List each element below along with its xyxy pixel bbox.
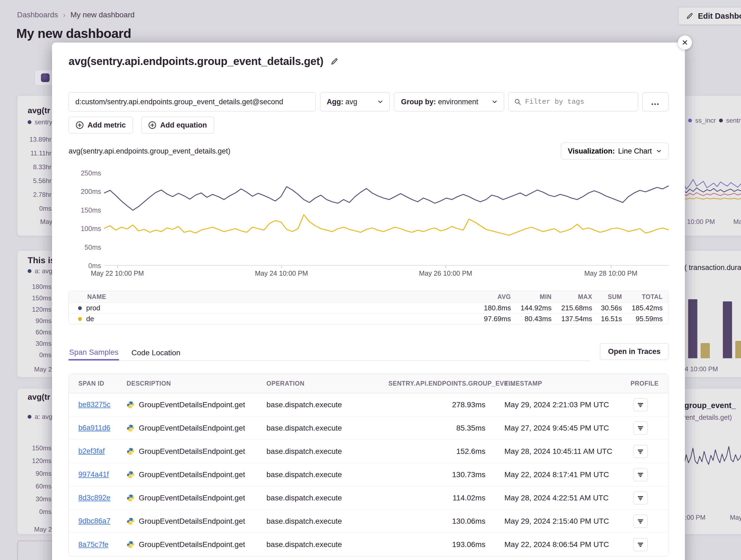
group-by-dropdown[interactable]: Group by: environment (394, 92, 504, 111)
profile-icon (637, 518, 644, 525)
operation-cell: base.dispatch.execute (266, 517, 388, 526)
python-icon (127, 494, 135, 502)
table-row: 9dbc86a7 GroupEventDetailsEndpoint.get b… (69, 510, 668, 533)
summary-row[interactable]: de 97.69ms 80.43ms 137.54ms 16.51s 95.59… (69, 313, 668, 324)
description-cell: GroupEventDetailsEndpoint.get (127, 540, 266, 549)
metric-query-input[interactable] (69, 92, 316, 111)
group-by-value: environment (438, 98, 478, 106)
chevron-down-icon (656, 148, 662, 154)
profile-button[interactable] (633, 468, 648, 481)
chart-title: avg(sentry.api.endpoints.group_event_det… (69, 147, 230, 155)
operation-cell: base.dispatch.execute (266, 470, 388, 479)
profile-icon (637, 448, 644, 455)
series-name: prod (86, 304, 100, 312)
chart-plot-area[interactable] (104, 173, 668, 266)
timestamp-cell: May 22, 2024 8:17:41 PM UTC (485, 470, 621, 479)
timestamp-cell: May 22, 2024 8:06:54 PM UTC (485, 540, 621, 549)
python-icon (127, 471, 135, 479)
description-cell: GroupEventDetailsEndpoint.get (127, 424, 266, 432)
close-icon[interactable]: ✕ (678, 35, 692, 50)
profile-cell (633, 445, 659, 458)
metric-details-modal: ✕ avg(sentry.api.endpoints.group_event_d… (52, 43, 685, 560)
tab-bar: Span Samples Code Location (69, 344, 590, 361)
samples-section-header: Span Samples Code Location Open in Trace… (69, 344, 668, 361)
duration-cell: 152.6ms (388, 447, 485, 456)
search-icon (514, 98, 521, 105)
tab-code-location[interactable]: Code Location (131, 344, 181, 361)
span-id-link[interactable]: be83275c (78, 401, 127, 409)
add-equation-button[interactable]: Add equation (141, 117, 214, 134)
python-icon (127, 517, 135, 525)
python-icon (127, 447, 135, 456)
profile-button[interactable] (633, 398, 648, 411)
span-id-link[interactable]: b2ef3faf (78, 447, 127, 456)
timestamp-cell: May 28, 2024 10:45:11 AM UTC (485, 447, 621, 456)
timestamp-cell: May 27, 2024 9:45:45 PM UTC (485, 424, 621, 432)
table-row: b6a911d6 GroupEventDetailsEndpoint.get b… (69, 416, 668, 440)
table-row: 9974a41f GroupEventDetailsEndpoint.get b… (69, 463, 668, 486)
edit-title-button[interactable] (330, 58, 339, 66)
chart-header: avg(sentry.api.endpoints.group_event_det… (69, 143, 668, 159)
tag-filter-input[interactable] (525, 98, 632, 106)
profile-button[interactable] (633, 515, 648, 528)
description-cell: GroupEventDetailsEndpoint.get (127, 447, 266, 456)
summary-row[interactable]: prod 180.8ms 144.92ms 215.68ms 30.56s 18… (69, 303, 668, 313)
table-row: be83275c GroupEventDetailsEndpoint.get b… (69, 393, 668, 416)
table-row: 8a75c7fe GroupEventDetailsEndpoint.get b… (69, 533, 668, 556)
span-id-link[interactable]: 9974a41f (78, 470, 127, 479)
profile-cell (633, 515, 659, 528)
overflow-menu-button[interactable]: … (642, 92, 668, 111)
modal-header: avg(sentry.api.endpoints.group_event_det… (69, 43, 668, 67)
x-axis-labels: May 22 10:00 PM May 24 10:00 PM May 26 1… (104, 266, 668, 278)
line-chart-canvas (104, 173, 668, 265)
description-cell: GroupEventDetailsEndpoint.get (127, 470, 266, 479)
samples-header-row: SPAN ID DESCRIPTION OPERATION SENTRY.API… (69, 374, 668, 393)
profile-icon (637, 541, 644, 548)
operation-cell: base.dispatch.execute (266, 401, 388, 409)
open-in-traces-button[interactable]: Open in Traces (600, 343, 668, 360)
aggregate-dropdown[interactable]: Agg: avg (320, 92, 390, 111)
span-samples-table: SPAN ID DESCRIPTION OPERATION SENTRY.API… (69, 374, 668, 556)
query-builder: Agg: avg Group by: environment … (69, 92, 668, 111)
python-icon (127, 541, 135, 549)
duration-cell: 85.35ms (388, 424, 485, 432)
table-row: 8d3c892e GroupEventDetailsEndpoint.get b… (69, 486, 668, 510)
python-icon (127, 401, 135, 409)
profile-icon (637, 494, 644, 501)
plus-circle-icon (148, 121, 156, 129)
pencil-icon (330, 58, 339, 66)
y-axis-labels: 250ms200ms 150ms100ms 50ms0ms (69, 173, 104, 266)
profile-button[interactable] (633, 491, 648, 504)
span-id-link[interactable]: 8d3c892e (78, 494, 127, 502)
profile-cell (633, 538, 659, 551)
visualization-dropdown[interactable]: Visualization: Line Chart (561, 143, 668, 159)
span-id-link[interactable]: b6a911d6 (78, 424, 127, 432)
query-actions: Add metric Add equation (69, 117, 668, 134)
profile-icon (637, 425, 644, 432)
duration-cell: 193.06ms (388, 540, 485, 549)
add-metric-button[interactable]: Add metric (69, 117, 133, 134)
tag-filter-field[interactable] (509, 92, 638, 111)
visualization-value: Line Chart (618, 147, 652, 155)
chevron-down-icon (492, 99, 497, 104)
description-cell: GroupEventDetailsEndpoint.get (127, 494, 266, 502)
span-id-link[interactable]: 8a75c7fe (78, 541, 127, 549)
table-row: b2ef3faf GroupEventDetailsEndpoint.get b… (69, 440, 668, 463)
duration-cell: 114.02ms (388, 494, 485, 502)
operation-cell: base.dispatch.execute (266, 540, 388, 549)
python-icon (127, 424, 135, 432)
tab-span-samples[interactable]: Span Samples (69, 344, 119, 361)
profile-icon (637, 401, 644, 408)
profile-cell (633, 398, 659, 411)
summary-header-row: NAME AVG MIN MAX SUM TOTAL (69, 291, 668, 303)
timestamp-cell: May 29, 2024 2:21:03 PM UTC (485, 401, 621, 409)
description-cell: GroupEventDetailsEndpoint.get (127, 517, 266, 526)
span-id-link[interactable]: 9dbc86a7 (78, 517, 127, 525)
profile-button[interactable] (633, 445, 648, 458)
profile-button[interactable] (633, 538, 648, 551)
profile-icon (637, 471, 644, 478)
description-cell: GroupEventDetailsEndpoint.get (127, 401, 266, 409)
profile-cell (633, 422, 659, 434)
metric-chart: 250ms200ms 150ms100ms 50ms0ms (69, 173, 668, 266)
profile-button[interactable] (633, 422, 648, 434)
